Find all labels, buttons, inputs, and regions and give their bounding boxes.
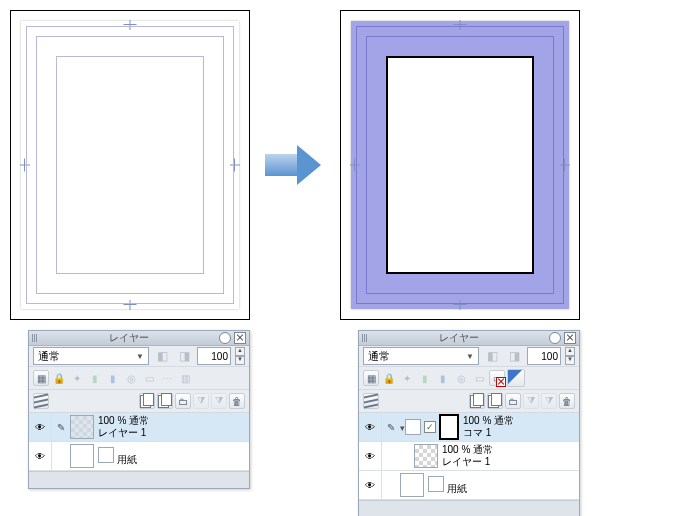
new-folder-button[interactable]: 🗀 [175,393,191,409]
new-layer-star-button[interactable] [157,393,173,409]
minimize-button[interactable] [219,332,231,344]
panel-grip[interactable] [32,334,38,342]
canvas-before[interactable] [10,10,250,320]
merge-down-button[interactable]: ⧩ [541,393,557,409]
minimize-button[interactable] [549,332,561,344]
link-icon[interactable]: ⋯ [159,370,175,386]
layer-row[interactable]: 用紙 [359,471,579,500]
edit-indicator-icon [57,422,65,433]
clip-icon[interactable]: ◧ [483,347,501,365]
layer-name: 用紙 [428,476,467,495]
ruler-icon[interactable]: ▮ [105,370,121,386]
panel-footer [359,500,579,516]
page [21,21,239,309]
visibility-toggle[interactable] [365,451,375,462]
draft-icon[interactable]: ▭ [141,370,157,386]
layer-list: 100 % 通常 レイヤー 1 用紙 [29,413,249,471]
chevron-down-icon: ▼ [466,352,474,361]
blue-triangle-icon [508,370,522,384]
opacity-input[interactable]: 100 [527,347,561,365]
transfer-down-button[interactable]: ⧩ [193,393,209,409]
palette-layers-toggle[interactable] [33,393,49,409]
page [351,21,569,309]
clip-icon[interactable]: ◧ [153,347,171,365]
layer-opacity-label: 100 % 通常 [463,415,514,427]
opacity-stepper[interactable]: ▲▼ [235,347,245,365]
edit-indicator-icon [387,422,395,433]
blend-mode-value: 通常 [38,349,60,364]
frame-toggle-icon[interactable]: ▭ [489,370,505,386]
canvas-after[interactable] [340,10,580,320]
palette-layers-toggle[interactable] [363,393,379,409]
layer-row[interactable]: 100 % 通常 レイヤー 1 [359,442,579,471]
layer-opacity-label: 100 % 通常 [98,415,149,427]
wand-icon[interactable]: ✦ [399,370,415,386]
delete-layer-button[interactable]: 🗑 [229,393,245,409]
clip-mask-icon[interactable]: ◨ [175,347,193,365]
blend-mode-select[interactable]: 通常 ▼ [363,347,479,365]
blend-mode-select[interactable]: 通常 ▼ [33,347,149,365]
panel-title: レイヤー [41,331,216,345]
layer-thumbnail [70,444,94,468]
visibility-toggle[interactable] [365,480,375,491]
ruler-icon[interactable]: ▮ [435,370,451,386]
clip-mask-icon[interactable]: ◨ [505,347,523,365]
layer-row[interactable]: 用紙 [29,442,249,471]
layer-row-frame-folder[interactable]: ✓ 100 % 通常 コマ 1 [359,413,579,442]
mask-icon[interactable]: ▮ [87,370,103,386]
layer-row[interactable]: 100 % 通常 レイヤー 1 [29,413,249,442]
opacity-stepper[interactable]: ▲▼ [565,347,575,365]
opacity-input[interactable]: 100 [197,347,231,365]
layer-name: 用紙 [98,447,137,466]
draft-icon[interactable]: ▭ [471,370,487,386]
blend-mode-value: 通常 [368,349,390,364]
layer-thumbnail [400,473,424,497]
frame-thumbnail [439,414,459,440]
transfer-down-button[interactable]: ⧩ [523,393,539,409]
visibility-toggle[interactable] [35,451,45,462]
arrow-icon [265,145,325,185]
lock-transparency-icon[interactable]: ▦ [33,370,49,386]
ref-icon[interactable]: ◎ [453,370,469,386]
checkbox-icon[interactable]: ✓ [424,421,436,433]
new-layer-star-button[interactable] [487,393,503,409]
merge-down-button[interactable]: ⧩ [211,393,227,409]
color-tag-button[interactable] [507,369,525,387]
panel-title: レイヤー [371,331,546,345]
layer-thumbnail [414,444,438,468]
lock-icon[interactable]: 🔒 [51,370,67,386]
red-x-icon [496,377,506,387]
panel-footer [29,471,249,488]
visibility-toggle[interactable] [365,422,375,433]
safe-area [56,56,204,274]
layer-name: レイヤー 1 [98,427,149,439]
layer-thumbnail [70,415,94,439]
frame-border[interactable] [386,56,534,274]
layer-opacity-label: 100 % 通常 [442,444,493,456]
new-folder-button[interactable]: 🗀 [505,393,521,409]
layers-panel-before: レイヤー 通常 ▼ ◧ ◨ 100 ▲▼ ▦ 🔒 [28,330,250,489]
delete-layer-button[interactable]: 🗑 [559,393,575,409]
layer-list: ✓ 100 % 通常 コマ 1 100 % 通常 レイヤー 1 [359,413,579,500]
paper-icon [98,447,114,463]
lock-transparency-icon[interactable]: ▦ [363,370,379,386]
layers-panel-after: レイヤー 通常 ▼ ◧ ◨ 100 ▲▼ ▦ 🔒 [358,330,580,516]
panel-grip[interactable] [362,334,368,342]
ref-icon[interactable]: ◎ [123,370,139,386]
folder-thumb [405,419,421,435]
new-layer-button[interactable] [139,393,155,409]
visibility-toggle[interactable] [35,422,45,433]
close-button[interactable] [564,332,576,344]
paper-icon [428,476,444,492]
lock-icon[interactable]: 🔒 [381,370,397,386]
chevron-down-icon: ▼ [136,352,144,361]
layer-name: レイヤー 1 [442,456,493,468]
close-button[interactable] [234,332,246,344]
mask-icon[interactable]: ▮ [417,370,433,386]
new-layer-button[interactable] [469,393,485,409]
wand-icon[interactable]: ✦ [69,370,85,386]
frame-icon[interactable]: ▥ [177,370,193,386]
layer-name: コマ 1 [463,427,514,439]
